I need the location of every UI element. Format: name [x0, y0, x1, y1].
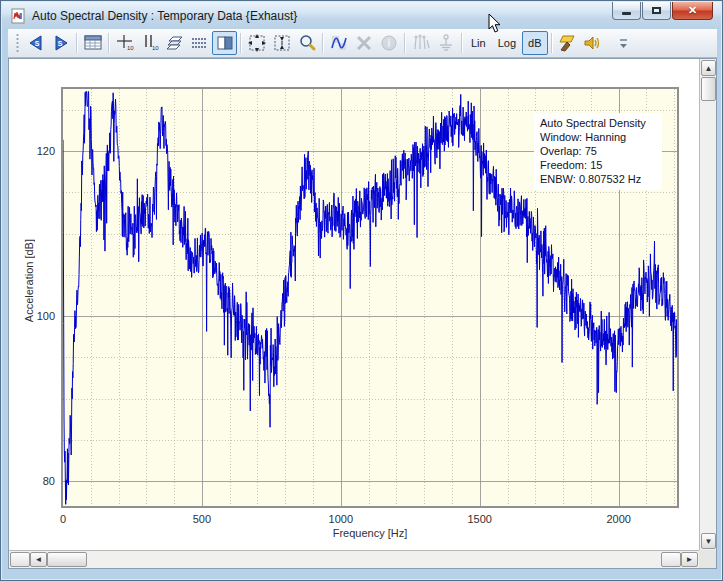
annotation-line: Auto Spectral Density: [540, 116, 656, 130]
vertical-scrollbar[interactable]: ▲ ▼: [699, 59, 716, 550]
report-button[interactable]: [555, 31, 580, 55]
y-tick-label: 100: [17, 310, 55, 322]
toolbar-separator: [461, 33, 462, 53]
two-panes-icon: [215, 33, 235, 53]
table-icon: [83, 33, 103, 53]
arrow-right-s-icon: S: [51, 33, 71, 53]
annotation-box: Auto Spectral Density Window: Hanning Ov…: [534, 113, 662, 190]
toolbar-grip-handle[interactable]: [16, 33, 19, 53]
ground-icon: [436, 33, 456, 53]
horizontal-scroll-track[interactable]: [87, 551, 661, 568]
annotation-line: ENBW: 0.807532 Hz: [540, 172, 656, 186]
nav-previous-button[interactable]: S: [23, 31, 48, 55]
stacked-sheets-icon: [165, 33, 185, 53]
x-tick-label: 1500: [467, 513, 491, 525]
horizontal-scroll-thumb[interactable]: [47, 552, 87, 567]
scale-lin-button[interactable]: Lin: [465, 31, 492, 55]
chart-client-area: Acceleration [dB] Frequency [Hz] Auto Sp…: [8, 58, 717, 569]
scroll-down-button[interactable]: ▼: [701, 533, 716, 549]
zoom-tool-button[interactable]: [294, 31, 319, 55]
info-circle-icon: i: [379, 33, 399, 53]
svg-text:S: S: [34, 40, 39, 47]
arrows-in-box-icon: [272, 33, 292, 53]
magnifier-icon: [297, 33, 317, 53]
blue-wave-icon: [329, 33, 349, 53]
comb-filter-button[interactable]: [408, 31, 433, 55]
close-button[interactable]: ✕: [672, 2, 713, 20]
hand-report-icon: [557, 33, 577, 53]
arrow-left-s-icon: S: [26, 33, 46, 53]
zoom-window-button[interactable]: [269, 31, 294, 55]
info-button[interactable]: i: [376, 31, 401, 55]
toolbar-separator: [322, 33, 323, 53]
nav-next-button[interactable]: S: [48, 31, 73, 55]
data-grid-button[interactable]: [80, 31, 105, 55]
window-controls: ✕: [612, 2, 713, 20]
speaker-icon: [582, 33, 602, 53]
window-title: Auto Spectral Density : Temporary Data {…: [32, 9, 297, 23]
single-cursor-button[interactable]: 10: [112, 31, 137, 55]
toolbar-separator: [240, 33, 241, 53]
x-tick-label: 2000: [606, 513, 630, 525]
x-tick-label: 500: [193, 513, 211, 525]
title-bar[interactable]: Auto Spectral Density : Temporary Data {…: [2, 2, 721, 29]
arrows-out-box-icon: [247, 33, 267, 53]
minimize-icon: [622, 12, 631, 15]
curve-overlay-button[interactable]: [326, 31, 351, 55]
double-cursor-10-icon: 10: [140, 33, 160, 53]
scroll-up-button[interactable]: ▲: [701, 60, 716, 76]
scrollbar-corner: [699, 550, 716, 568]
chart-area[interactable]: Acceleration [dB] Frequency [Hz] Auto Sp…: [9, 59, 699, 550]
minimize-button[interactable]: [612, 2, 641, 20]
x-tick-label: 0: [60, 513, 66, 525]
svg-text:i: i: [387, 38, 390, 49]
y-tick-label: 80: [17, 475, 55, 487]
dotted-display-button[interactable]: [187, 31, 212, 55]
vertical-scroll-thumb[interactable]: [701, 77, 716, 101]
x-cross-icon: [354, 33, 374, 53]
svg-text:S: S: [57, 40, 62, 47]
annotation-line: Window: Hanning: [540, 130, 656, 144]
scale-db-button[interactable]: dB: [522, 31, 547, 55]
restore-button[interactable]: [642, 2, 671, 20]
svg-text:10: 10: [152, 45, 159, 51]
pane-splitter-box[interactable]: [661, 552, 681, 567]
y-tick-label: 120: [17, 145, 55, 157]
audio-playback-button[interactable]: [580, 31, 605, 55]
comb-icon: [411, 33, 431, 53]
scale-log-button[interactable]: Log: [492, 31, 522, 55]
toolbar-overflow-button[interactable]: [619, 38, 628, 49]
close-icon: ✕: [688, 5, 697, 16]
restore-icon: [652, 7, 661, 14]
annotation-line: Overlap: 75: [540, 144, 656, 158]
scroll-left-button[interactable]: ◄: [30, 552, 47, 567]
split-view-button[interactable]: [212, 31, 237, 55]
zoom-out-full-button[interactable]: [244, 31, 269, 55]
toolbar-separator: [551, 33, 552, 53]
overlay-traces-button[interactable]: [162, 31, 187, 55]
svg-text:10: 10: [127, 45, 134, 51]
pane-splitter-box[interactable]: [10, 552, 30, 567]
horizontal-scrollbar[interactable]: ◄ ►: [9, 550, 699, 568]
toolbar-separator: [108, 33, 109, 53]
spectrum-document-icon: [10, 8, 26, 24]
ground-reference-button[interactable]: [433, 31, 458, 55]
annotation-line: Freedom: 15: [540, 158, 656, 172]
scroll-right-button[interactable]: ►: [681, 552, 698, 567]
delete-trace-button[interactable]: [351, 31, 376, 55]
chevron-down-icon: [619, 38, 628, 49]
crosshair-10-icon: 10: [115, 33, 135, 53]
harmonic-cursor-button[interactable]: 10: [137, 31, 162, 55]
dotted-rows-icon: [190, 33, 210, 53]
x-axis-title: Frequency [Hz]: [63, 527, 677, 539]
toolbar: S S 10: [8, 29, 717, 58]
toolbar-separator: [76, 33, 77, 53]
app-window: Auto Spectral Density : Temporary Data {…: [0, 0, 723, 581]
toolbar-separator: [404, 33, 405, 53]
x-tick-label: 1000: [329, 513, 353, 525]
